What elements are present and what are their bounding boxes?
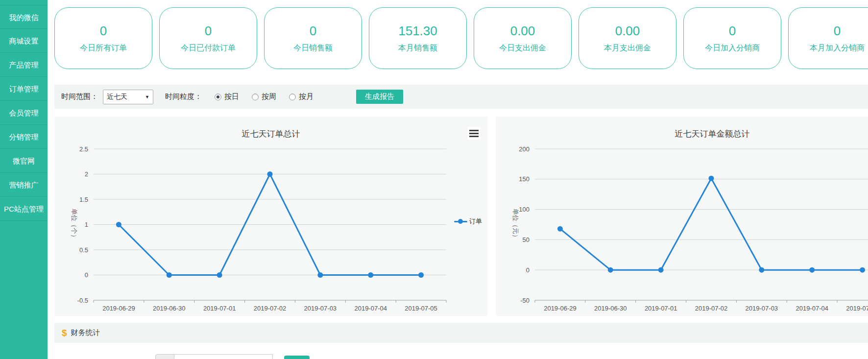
time-range-selected-value: 近七天 bbox=[107, 93, 127, 101]
stat-card-today-paid-orders: 0 今日已付款订单 bbox=[159, 7, 257, 69]
time-range-label: 时间范围： bbox=[61, 92, 98, 101]
legend-label: 订单 bbox=[469, 217, 482, 226]
order-count-chart-panel: 2.521.510.50-0.52019-06-292019-06-302019… bbox=[54, 117, 487, 316]
svg-text:2.5: 2.5 bbox=[79, 145, 88, 153]
svg-text:单位（元）: 单位（元） bbox=[512, 209, 519, 240]
svg-text:-50: -50 bbox=[520, 297, 530, 304]
stat-card-today-commission: 0.00 今日支出佣金 bbox=[474, 7, 572, 69]
svg-text:1.5: 1.5 bbox=[79, 196, 88, 203]
finance-input[interactable] bbox=[174, 354, 273, 359]
sidebar-item-distribution[interactable]: 分销管理 bbox=[0, 125, 48, 149]
stat-cards-row: 0 今日所有订单 0 今日已付款订单 0 今日销售额 151.30 本月销售额 … bbox=[54, 7, 868, 69]
stat-card-month-sales: 151.30 本月销售额 bbox=[369, 7, 467, 69]
svg-text:2019-07-02: 2019-07-02 bbox=[254, 305, 287, 312]
svg-text:100: 100 bbox=[519, 206, 530, 213]
legend-line-marker-icon bbox=[454, 218, 467, 225]
sidebar-item-my-wechat[interactable]: 我的微信 bbox=[0, 5, 48, 29]
order-count-chart-svg: 2.521.510.50-0.52019-06-292019-06-302019… bbox=[54, 117, 487, 316]
chevron-down-icon: ▼ bbox=[145, 95, 149, 99]
svg-text:200: 200 bbox=[519, 145, 530, 153]
radio-by-day[interactable]: 按日 bbox=[215, 92, 239, 101]
radio-by-week[interactable]: 按周 bbox=[252, 92, 276, 101]
stat-card-label: 本月销售额 bbox=[398, 44, 437, 52]
svg-text:50: 50 bbox=[523, 236, 530, 243]
svg-text:2019-06-29: 2019-06-29 bbox=[544, 305, 577, 312]
stat-card-month-distributors: 0 本月加入分销商 bbox=[788, 7, 868, 69]
sidebar-item-marketing[interactable]: 营销推广 bbox=[0, 173, 48, 197]
stat-card-today-sales: 0 今日销售额 bbox=[264, 7, 362, 69]
svg-text:2: 2 bbox=[85, 170, 88, 178]
dashboard-page: { "icons": { "chevron_down": "▼", "dolla… bbox=[0, 0, 868, 359]
svg-text:2019-07-05: 2019-07-05 bbox=[405, 305, 437, 312]
finance-section-title: 财务统计 bbox=[71, 328, 100, 337]
order-amount-chart-panel: 200150100500-502019-06-292019-06-302019-… bbox=[496, 117, 868, 316]
time-range-select[interactable]: 近七天 ▼ bbox=[103, 90, 153, 104]
order-count-chart-title: 近七天订单总计 bbox=[54, 128, 487, 140]
stat-card-value: 0 bbox=[100, 24, 107, 37]
stat-card-label: 今日销售额 bbox=[293, 44, 333, 52]
radio-by-week-label: 按周 bbox=[262, 92, 276, 101]
stat-card-label: 今日加入分销商 bbox=[705, 44, 760, 52]
stat-card-value: 0.00 bbox=[510, 24, 535, 37]
finance-input-addon[interactable] bbox=[155, 354, 174, 359]
stat-card-value: 0 bbox=[834, 24, 841, 37]
stat-card-value: 0 bbox=[205, 24, 212, 37]
sidebar-item-orders[interactable]: 订单管理 bbox=[0, 77, 48, 101]
generate-report-button[interactable]: 生成报告 bbox=[356, 90, 403, 104]
svg-text:0.5: 0.5 bbox=[79, 246, 88, 254]
svg-text:单位（个）: 单位（个） bbox=[71, 209, 78, 240]
sidebar-item-micro-site[interactable]: 微官网 bbox=[0, 149, 48, 173]
stat-card-value: 0 bbox=[310, 24, 316, 37]
svg-text:150: 150 bbox=[519, 175, 530, 183]
radio-by-day-label: 按日 bbox=[224, 92, 239, 101]
radio-unselected-icon bbox=[252, 94, 259, 100]
svg-text:2019-07-02: 2019-07-02 bbox=[695, 305, 728, 312]
radio-selected-icon bbox=[215, 94, 221, 100]
svg-text:2019-07-01: 2019-07-01 bbox=[203, 305, 236, 312]
stat-card-today-orders: 0 今日所有订单 bbox=[54, 7, 152, 69]
stat-card-value: 0 bbox=[729, 24, 736, 37]
hamburger-menu-icon[interactable] bbox=[467, 127, 481, 140]
svg-text:2019-06-30: 2019-06-30 bbox=[153, 305, 186, 312]
sidebar: 我的微信 商城设置 产品管理 订单管理 会员管理 分销管理 微官网 营销推广 P… bbox=[0, 0, 48, 359]
report-filter-bar: 时间范围： 近七天 ▼ 时间粒度： 按日 按周 按月 生成报告 bbox=[54, 85, 868, 109]
sidebar-item-shop-settings[interactable]: 商城设置 bbox=[0, 29, 48, 53]
dollar-icon: $ bbox=[62, 328, 67, 337]
svg-text:2019-07-03: 2019-07-03 bbox=[304, 305, 337, 312]
svg-text:2019-07-04: 2019-07-04 bbox=[354, 305, 387, 312]
svg-text:2019-07-03: 2019-07-03 bbox=[746, 305, 778, 312]
svg-text:-0.5: -0.5 bbox=[77, 297, 88, 304]
order-amount-chart-title: 近七天订单金额总计 bbox=[496, 128, 868, 140]
stat-card-today-distributors: 0 今日加入分销商 bbox=[683, 7, 781, 69]
legend-item-orders[interactable]: 订单 bbox=[454, 217, 482, 226]
stat-card-label: 今日已付款订单 bbox=[181, 44, 236, 52]
stat-card-month-commission: 0.00 本月支出佣金 bbox=[579, 7, 676, 69]
svg-text:2019-07-01: 2019-07-01 bbox=[645, 305, 677, 312]
stat-card-label: 今日支出佣金 bbox=[499, 44, 546, 52]
sidebar-item-members[interactable]: 会员管理 bbox=[0, 101, 48, 125]
svg-text:0: 0 bbox=[526, 266, 530, 274]
svg-text:2019-06-29: 2019-06-29 bbox=[102, 305, 135, 312]
stat-card-label: 今日所有订单 bbox=[80, 44, 127, 52]
granularity-label: 时间粒度： bbox=[165, 92, 202, 101]
radio-unselected-icon bbox=[289, 94, 296, 100]
svg-text:2019-07-05: 2019-07-05 bbox=[846, 305, 868, 312]
sidebar-item-pc-site[interactable]: PC站点管理 bbox=[0, 197, 48, 221]
finance-section-bar: $ 财务统计 bbox=[54, 323, 868, 343]
order-amount-chart-svg: 200150100500-502019-06-292019-06-302019-… bbox=[496, 117, 868, 316]
svg-text:2019-06-30: 2019-06-30 bbox=[594, 305, 627, 312]
stat-card-label: 本月加入分销商 bbox=[810, 44, 865, 52]
svg-text:0: 0 bbox=[85, 271, 88, 279]
stat-card-value: 0.00 bbox=[615, 24, 640, 37]
sidebar-item-products[interactable]: 产品管理 bbox=[0, 53, 48, 77]
stat-card-label: 本月支出佣金 bbox=[604, 44, 651, 52]
finance-submit-button[interactable] bbox=[284, 356, 310, 359]
svg-text:1: 1 bbox=[85, 221, 88, 228]
stat-card-value: 151.30 bbox=[398, 24, 437, 37]
svg-text:2019-07-04: 2019-07-04 bbox=[796, 305, 828, 312]
radio-by-month[interactable]: 按月 bbox=[289, 92, 313, 101]
radio-by-month-label: 按月 bbox=[299, 92, 313, 101]
